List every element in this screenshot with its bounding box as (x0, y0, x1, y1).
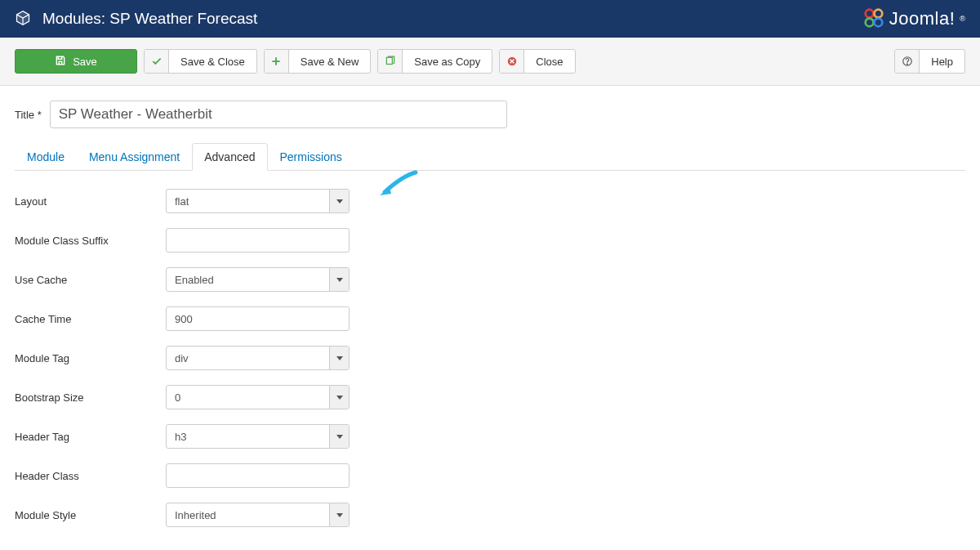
module-style-select[interactable]: Inherited (166, 503, 350, 527)
bootstrap-size-value: 0 (167, 391, 329, 404)
module-tag-select[interactable]: div (166, 346, 350, 370)
cube-icon (15, 10, 31, 29)
save-copy-label: Save as Copy (403, 56, 492, 68)
header-tag-select[interactable]: h3 (166, 424, 350, 449)
use-cache-select[interactable]: Enabled (166, 267, 350, 292)
title-label: Title * (15, 109, 42, 121)
row-header-class: Header Class (15, 463, 965, 488)
save-button[interactable]: Save (15, 49, 137, 74)
chevron-down-icon (329, 190, 349, 212)
module-tag-value: div (167, 352, 329, 364)
row-module-tag: Module Tag div (15, 346, 965, 370)
check-save-icon (55, 55, 66, 69)
help-label: Help (920, 56, 964, 68)
svg-point-1 (874, 9, 882, 17)
bootstrap-size-select[interactable]: 0 (166, 385, 350, 409)
row-cache-time: Cache Time (15, 306, 965, 331)
close-label: Close (524, 56, 574, 68)
help-icon (895, 50, 920, 73)
use-cache-value: Enabled (167, 274, 329, 286)
module-class-suffix-label: Module Class Suffix (15, 235, 166, 247)
row-header-tag: Header Tag h3 (15, 424, 965, 449)
svg-point-2 (866, 18, 874, 26)
row-layout: Layout flat (15, 189, 965, 213)
title-row: Title * (15, 101, 965, 128)
form-rows: Layout flat Module Class Suffix (15, 189, 965, 527)
tab-permissions[interactable]: Permissions (268, 143, 354, 171)
module-class-suffix-input[interactable] (166, 228, 350, 253)
cache-time-input[interactable] (166, 306, 350, 331)
header-bar: Modules: SP Weather Forecast Joomla! ® (0, 0, 980, 38)
chevron-down-icon (329, 425, 349, 448)
header-class-input[interactable] (166, 463, 350, 488)
svg-marker-12 (380, 187, 391, 195)
tab-menu-assignment[interactable]: Menu Assignment (77, 143, 192, 171)
copy-icon (378, 50, 403, 73)
svg-point-3 (874, 18, 882, 26)
toolbar-left: Save Save & Close Save & New Save as Cop… (15, 49, 576, 74)
svg-rect-6 (386, 57, 392, 64)
row-use-cache: Use Cache Enabled (15, 267, 965, 292)
row-module-class-suffix: Module Class Suffix (15, 228, 965, 253)
arrow-annotation (378, 169, 419, 201)
module-style-value: Inherited (167, 509, 329, 521)
save-copy-button[interactable]: Save as Copy (377, 49, 492, 74)
content: Title * Module Menu Assignment Advanced … (0, 86, 980, 542)
chevron-down-icon (329, 268, 349, 291)
plus-icon (265, 50, 289, 73)
layout-label: Layout (15, 195, 166, 208)
save-label: Save (73, 56, 97, 68)
bootstrap-size-label: Bootstrap Size (15, 391, 166, 404)
trademark: ® (960, 15, 965, 23)
page-title: Modules: SP Weather Forecast (42, 10, 257, 28)
brand-text: Joomla! (889, 8, 956, 29)
header-class-label: Header Class (15, 470, 166, 482)
save-close-button[interactable]: Save & Close (144, 49, 257, 74)
chevron-down-icon (329, 347, 349, 369)
chevron-down-icon (329, 386, 349, 409)
layout-value: flat (167, 195, 329, 208)
tabs: Module Menu Assignment Advanced Permissi… (15, 143, 965, 171)
cache-time-label: Cache Time (15, 313, 166, 325)
svg-point-11 (906, 64, 907, 65)
chevron-down-icon (329, 503, 349, 526)
close-button[interactable]: Close (499, 49, 575, 74)
joomla-icon (863, 7, 884, 31)
layout-select[interactable]: flat (166, 189, 350, 213)
use-cache-label: Use Cache (15, 274, 166, 286)
svg-point-0 (866, 9, 874, 17)
module-style-label: Module Style (15, 509, 166, 521)
toolbar: Save Save & Close Save & New Save as Cop… (0, 38, 980, 86)
tab-advanced[interactable]: Advanced (192, 143, 267, 171)
save-new-button[interactable]: Save & New (264, 49, 372, 74)
save-close-label: Save & Close (169, 56, 256, 68)
header-tag-label: Header Tag (15, 431, 166, 443)
tab-module[interactable]: Module (15, 143, 77, 171)
row-bootstrap-size: Bootstrap Size 0 (15, 385, 965, 409)
help-button[interactable]: Help (894, 49, 965, 74)
module-tag-label: Module Tag (15, 352, 166, 364)
row-module-style: Module Style Inherited (15, 503, 965, 527)
close-icon (500, 50, 524, 73)
check-icon (145, 50, 169, 73)
save-new-label: Save & New (289, 56, 371, 68)
header-tag-value: h3 (167, 431, 329, 443)
title-input[interactable] (50, 101, 507, 128)
header-left: Modules: SP Weather Forecast (15, 10, 257, 29)
joomla-logo: Joomla! ® (863, 7, 965, 31)
